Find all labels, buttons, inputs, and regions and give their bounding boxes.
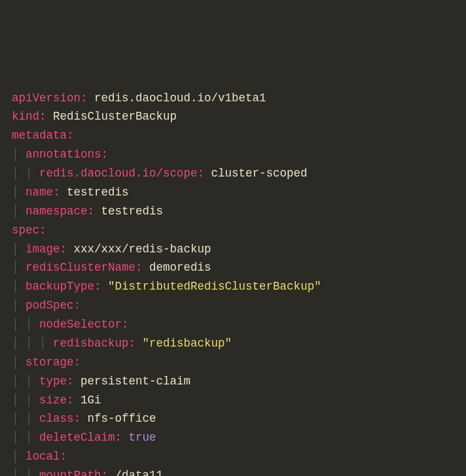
yaml-key: nodeSelector <box>39 318 122 331</box>
yaml-code-block: apiVersion: redis.daocloud.io/v1beta1 ki… <box>12 89 454 477</box>
yaml-value: redis.daocloud.io/v1beta1 <box>94 92 266 105</box>
yaml-line: │ │ deleteClaim: true <box>12 431 156 444</box>
yaml-line: │ │ class: nfs-office <box>12 412 156 425</box>
yaml-value: xxx/xxx/redis-backup <box>74 243 211 256</box>
yaml-line: │ namespace: testredis <box>12 205 163 218</box>
yaml-key: class <box>39 412 74 425</box>
yaml-line: │ image: xxx/xxx/redis-backup <box>12 243 211 256</box>
yaml-key: name <box>26 186 53 199</box>
yaml-line: │ name: testredis <box>12 186 129 199</box>
yaml-key: redis.daocloud.io/scope <box>39 167 198 180</box>
yaml-key: mountPath <box>39 469 101 476</box>
yaml-value: 1Gi <box>81 394 101 407</box>
yaml-key: backupType <box>26 280 94 293</box>
yaml-line: │ annotations: <box>12 148 108 161</box>
yaml-line: │ │ mountPath: /data11 <box>12 469 163 476</box>
yaml-key: deleteClaim <box>39 431 115 444</box>
yaml-key: podSpec <box>26 299 74 312</box>
yaml-line: │ │ size: 1Gi <box>12 394 101 407</box>
yaml-line: │ backupType: "DistributedRedisClusterBa… <box>12 280 321 293</box>
yaml-key: redisbackup <box>53 337 129 350</box>
yaml-key: metadata <box>12 129 67 142</box>
yaml-key: type <box>39 375 67 388</box>
yaml-line: │ │ nodeSelector: <box>12 318 129 331</box>
yaml-line: metadata: <box>12 129 74 142</box>
yaml-key: namespace <box>26 205 88 218</box>
yaml-key: apiVersion <box>12 92 81 105</box>
yaml-line: apiVersion: redis.daocloud.io/v1beta1 <box>12 92 266 105</box>
yaml-line: │ │ │ redisbackup: "redisbackup" <box>12 337 232 350</box>
yaml-value: testredis <box>101 205 164 218</box>
yaml-value: RedisClusterBackup <box>53 110 177 123</box>
yaml-line: │ │ redis.daocloud.io/scope: cluster-sco… <box>12 167 308 180</box>
yaml-value: cluster-scoped <box>211 167 308 180</box>
yaml-value: nfs-office <box>88 412 156 425</box>
yaml-line: │ storage: <box>12 356 81 369</box>
yaml-value: demoredis <box>149 261 211 274</box>
yaml-line: │ │ type: persistent-claim <box>12 375 190 388</box>
yaml-line: │ podSpec: <box>12 299 81 312</box>
yaml-value: true <box>129 431 156 444</box>
yaml-value: "redisbackup" <box>143 337 232 350</box>
yaml-key: local <box>26 450 60 463</box>
yaml-key: storage <box>26 356 74 369</box>
yaml-key: image <box>26 243 60 256</box>
yaml-key: annotations <box>26 148 101 161</box>
yaml-key: redisClusterName <box>26 261 135 274</box>
yaml-value: /data11 <box>115 469 164 476</box>
yaml-key: spec <box>12 224 39 237</box>
yaml-line: spec: <box>12 224 46 237</box>
yaml-key: kind <box>12 110 39 123</box>
yaml-line: │ local: <box>12 450 67 463</box>
yaml-value: testredis <box>67 186 129 199</box>
yaml-value: "DistributedRedisClusterBackup" <box>108 280 321 293</box>
yaml-value: persistent-claim <box>81 375 190 388</box>
yaml-line: │ redisClusterName: demoredis <box>12 261 211 274</box>
yaml-line: kind: RedisClusterBackup <box>12 110 177 123</box>
yaml-key: size <box>39 394 67 407</box>
